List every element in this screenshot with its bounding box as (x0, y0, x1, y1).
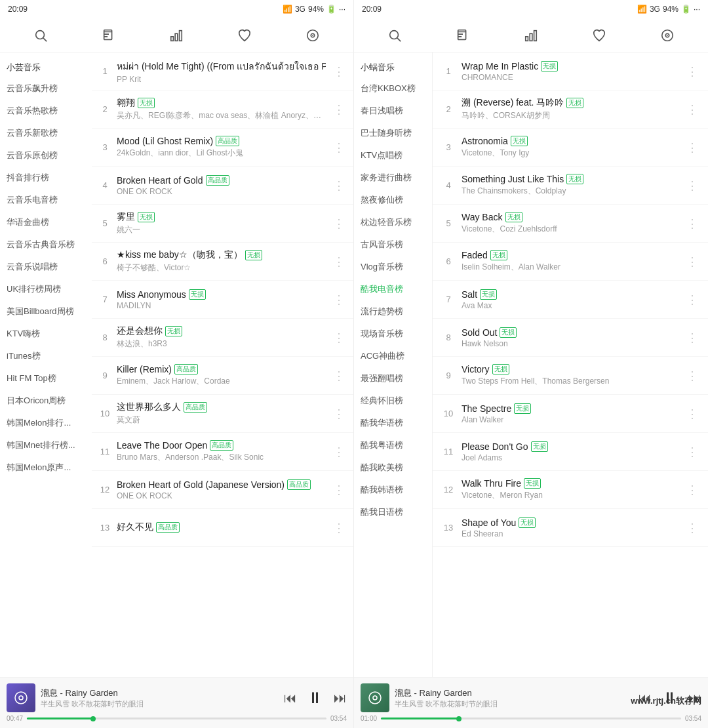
right-song-item-0[interactable]: 1Wrap Me In Plastic无损CHROMANCE⋮ (433, 52, 708, 91)
left-song-more-10[interactable]: ⋮ (331, 444, 347, 460)
right-song-more-12[interactable]: ⋮ (684, 520, 700, 536)
right-song-item-12[interactable]: 13Shape of You无损Ed Sheeran⋮ (433, 509, 708, 547)
left-song-item-12[interactable]: 13好久不见高品质⋮ (92, 509, 353, 547)
download-icon[interactable] (98, 25, 119, 46)
left-song-more-12[interactable]: ⋮ (331, 520, 347, 536)
left-sidebar-item-12[interactable]: iTunes榜 (0, 345, 92, 367)
left-sidebar-item-8[interactable]: 云音乐说唱榜 (0, 256, 92, 278)
right-sidebar-item-13[interactable]: 最强翻唱榜 (354, 367, 432, 390)
left-song-item-7[interactable]: 8还是会想你无损林达浪、h3R3⋮ (92, 319, 353, 357)
left-sidebar-item-4[interactable]: 抖音排行榜 (0, 167, 92, 189)
right-sidebar-item-19[interactable]: 酷我日语榜 (354, 501, 432, 523)
right-sidebar-item-17[interactable]: 酷我欧美榜 (354, 456, 432, 479)
right-song-more-1[interactable]: ⋮ (684, 102, 700, 117)
right-song-item-2[interactable]: 3Astronomia无损Vicetone、Tony Igy⋮ (433, 129, 708, 167)
right-song-item-8[interactable]: 9Victory无损Two Steps From Hell、Thomas Ber… (433, 357, 708, 395)
right-sidebar-item-11[interactable]: 现场音乐榜 (354, 323, 432, 345)
right-sidebar-item-16[interactable]: 酷我粤语榜 (354, 434, 432, 456)
left-song-item-2[interactable]: 3Mood (Lil Ghost Remix)高品质24kGoldn、iann … (92, 129, 353, 167)
right-sidebar-item-8[interactable]: Vlog音乐榜 (354, 256, 432, 278)
right-song-more-11[interactable]: ⋮ (684, 482, 700, 498)
right-song-item-5[interactable]: 6Faded无损Iselin Solheim、Alan Walker⋮ (433, 243, 708, 281)
vinyl-icon[interactable] (302, 25, 323, 46)
right-sidebar-item-14[interactable]: 经典怀旧榜 (354, 390, 432, 412)
right-song-item-7[interactable]: 8Sold Out无损Hawk Nelson⋮ (433, 319, 708, 357)
right-song-more-0[interactable]: ⋮ (684, 64, 700, 79)
left-sidebar-item-5[interactable]: 云音乐电音榜 (0, 189, 92, 211)
right-sidebar-item-10[interactable]: 流行趋势榜 (354, 300, 432, 323)
left-sidebar-item-3[interactable]: 云音乐原创榜 (0, 144, 92, 167)
right-song-item-4[interactable]: 5Way Back无损Vicetone、Cozi Zuehlsdorff⋮ (433, 205, 708, 243)
right-sidebar-item-1[interactable]: 春日浅唱榜 (354, 100, 432, 122)
left-song-more-3[interactable]: ⋮ (331, 178, 347, 193)
right-sidebar-item-5[interactable]: 熬夜修仙榜 (354, 189, 432, 211)
left-sidebar-item-14[interactable]: 日本Oricon周榜 (0, 390, 92, 412)
left-song-more-6[interactable]: ⋮ (331, 292, 347, 308)
right-sidebar-item-18[interactable]: 酷我韩语榜 (354, 479, 432, 501)
left-sidebar-item-15[interactable]: 韩国Melon排行... (0, 412, 92, 434)
left-song-more-11[interactable]: ⋮ (331, 482, 347, 498)
right-song-list[interactable]: 1Wrap Me In Plastic无损CHROMANCE⋮2溯 (Rever… (433, 52, 708, 677)
right-sidebar-item-2[interactable]: 巴士随身听榜 (354, 122, 432, 144)
left-play-button[interactable]: ⏸ (307, 689, 323, 707)
left-song-item-6[interactable]: 7Miss Anonymous无损MADILYN⋮ (92, 281, 353, 319)
right-song-item-11[interactable]: 12Walk Thru Fire无损Vicetone、Meron Ryan⋮ (433, 471, 708, 509)
left-sidebar-item-17[interactable]: 韩国Melon原声... (0, 456, 92, 479)
left-sidebar-item-16[interactable]: 韩国Mnet排行榜... (0, 434, 92, 456)
left-prev-button[interactable]: ⏮ (284, 691, 297, 706)
right-vinyl-icon[interactable] (657, 25, 678, 46)
left-sidebar-item-11[interactable]: KTV嗨榜 (0, 323, 92, 345)
right-sidebar-item-15[interactable]: 酷我华语榜 (354, 412, 432, 434)
right-song-more-5[interactable]: ⋮ (684, 254, 700, 270)
right-sidebar-item-3[interactable]: KTV点唱榜 (354, 144, 432, 167)
left-sidebar-item-13[interactable]: Hit FM Top榜 (0, 367, 92, 390)
right-song-more-10[interactable]: ⋮ (684, 444, 700, 460)
left-progress-bar[interactable] (27, 718, 326, 719)
right-song-item-3[interactable]: 4Something Just Like This无损The Chainsmok… (433, 167, 708, 205)
left-sidebar-item-1[interactable]: 云音乐热歌榜 (0, 100, 92, 122)
right-sidebar-item-12[interactable]: ACG神曲榜 (354, 345, 432, 367)
left-song-item-4[interactable]: 5雾里无损姚六一⋮ (92, 205, 353, 243)
left-song-item-5[interactable]: 6★kiss me baby☆（吻我，宝）无损椅子不够酷、Victor☆⋮ (92, 243, 353, 281)
right-heart-icon[interactable] (589, 25, 610, 46)
left-song-more-5[interactable]: ⋮ (331, 254, 347, 270)
left-song-more-9[interactable]: ⋮ (331, 406, 347, 422)
right-song-more-8[interactable]: ⋮ (684, 368, 700, 384)
left-next-button[interactable]: ⏭ (334, 691, 347, 706)
right-song-item-10[interactable]: 11Please Don't Go无损Joel Adams⋮ (433, 433, 708, 471)
right-download-icon[interactable] (452, 25, 473, 46)
left-sidebar-item-0[interactable]: 云音乐飙升榜 (0, 77, 92, 100)
left-song-item-1[interactable]: 2翱翔无损吴亦凡、REGI陈彦希、mac ova seas、林渝植 Anoryz… (92, 91, 353, 129)
right-song-more-6[interactable]: ⋮ (684, 292, 700, 308)
left-song-list[interactable]: 1หม่ผ่า (Hold Me Tight) ((From แปลรักฉัน… (92, 52, 353, 677)
right-progress-bar[interactable] (381, 718, 681, 719)
left-song-more-2[interactable]: ⋮ (331, 140, 347, 155)
left-song-more-4[interactable]: ⋮ (331, 216, 347, 232)
left-song-more-1[interactable]: ⋮ (331, 102, 347, 117)
left-song-item-8[interactable]: 9Killer (Remix)高品质Eminem、Jack Harlow、Cor… (92, 357, 353, 395)
heart-icon[interactable] (234, 25, 255, 46)
left-song-more-0[interactable]: ⋮ (331, 64, 347, 79)
left-song-item-0[interactable]: 1หม่ผ่า (Hold Me Tight) ((From แปลรักฉัน… (92, 52, 353, 91)
right-song-more-2[interactable]: ⋮ (684, 140, 700, 155)
left-song-item-10[interactable]: 11Leave The Door Open高品质Bruno Mars、Ander… (92, 433, 353, 471)
right-song-item-9[interactable]: 10The Spectre无损Alan Walker⋮ (433, 395, 708, 433)
right-song-more-3[interactable]: ⋮ (684, 178, 700, 193)
right-song-more-7[interactable]: ⋮ (684, 330, 700, 346)
left-sidebar-item-6[interactable]: 华语金曲榜 (0, 211, 92, 233)
left-sidebar-item-9[interactable]: UK排行榜周榜 (0, 278, 92, 300)
right-search-icon[interactable] (384, 25, 405, 46)
right-song-more-9[interactable]: ⋮ (684, 406, 700, 422)
right-song-more-4[interactable]: ⋮ (684, 216, 700, 232)
left-sidebar-item-7[interactable]: 云音乐古典音乐榜 (0, 233, 92, 256)
right-chart-icon[interactable] (521, 25, 541, 46)
left-song-item-3[interactable]: 4Broken Heart of Gold高品质ONE OK ROCK⋮ (92, 167, 353, 205)
left-song-more-7[interactable]: ⋮ (331, 330, 347, 346)
right-song-item-1[interactable]: 2溯 (Reverse) feat. 马吟吟无损马吟吟、CORSAK胡梦周⋮ (433, 91, 708, 129)
chart-icon[interactable] (166, 25, 187, 46)
search-icon[interactable] (30, 25, 51, 46)
left-song-item-11[interactable]: 12Broken Heart of Gold (Japanese Version… (92, 471, 353, 509)
right-song-item-6[interactable]: 7Salt无损Ava Max⋮ (433, 281, 708, 319)
right-sidebar-item-0[interactable]: 台湾KKBOX榜 (354, 77, 432, 100)
left-song-item-9[interactable]: 10这世界那么多人高品质莫文蔚⋮ (92, 395, 353, 433)
